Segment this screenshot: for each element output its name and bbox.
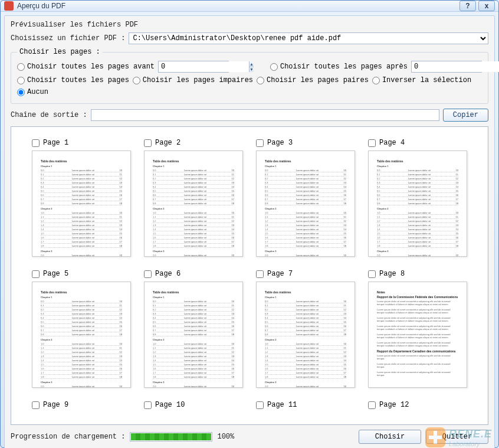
file-path-select[interactable]: C:\Users\Administrator\Desktop\renee pdf… <box>129 32 488 44</box>
page-label: Page 10 <box>155 401 185 409</box>
page-checkbox[interactable] <box>256 139 264 147</box>
radio-invert-selection[interactable]: Inverser la sélection <box>372 76 471 84</box>
spin-down-icon[interactable]: ▼ <box>250 67 254 73</box>
page-thumbnail[interactable]: Page 8 NotesRapport de la Commission Féd… <box>368 270 467 388</box>
page-thumbnail[interactable]: Page 6 Table des matièresChapitre 10.0Lo… <box>144 270 243 388</box>
page-checkbox[interactable] <box>368 139 376 147</box>
page-preview: Table des matièresChapitre 10.0Lorem ips… <box>368 151 467 257</box>
choose-button[interactable]: Choisir <box>359 430 421 444</box>
page-selection-group: Choisir les pages : Choisir toutes les p… <box>11 48 488 104</box>
footer-row: Progression de chargement : 100% Choisir… <box>11 425 488 444</box>
window-title: Aperçu du PDF <box>17 2 457 10</box>
page-thumbnail[interactable]: Page 12 <box>368 401 467 413</box>
thumbnail-grid: Page 1 Table des matièresChapitre 10.0Lo… <box>17 139 482 413</box>
app-icon <box>4 1 14 11</box>
page-label: Page 7 <box>267 270 293 278</box>
page-checkbox[interactable] <box>144 139 152 147</box>
page-thumbnail[interactable]: Page 4 Table des matièresChapitre 10.0Lo… <box>368 139 467 257</box>
page-label: Page 4 <box>379 139 405 147</box>
radio-pages-after-input[interactable] <box>270 63 278 71</box>
help-button[interactable]: ? <box>459 1 476 11</box>
page-label: Page 6 <box>155 270 180 278</box>
radio-even-pages[interactable]: Choisir les pages paires <box>257 76 369 84</box>
page-preview: Table des matièresChapitre 10.0Lorem ips… <box>32 151 131 257</box>
radio-all-pages[interactable]: Choisir toutes les pages <box>17 76 129 84</box>
radio-pages-after[interactable]: Choisir toutes les pages après <box>270 63 408 71</box>
pdf-preview-window: Aperçu du PDF ? x Prévisualiser les fich… <box>0 0 499 448</box>
page-checkbox[interactable] <box>368 270 376 278</box>
spin-up-icon[interactable]: ▲ <box>250 61 254 67</box>
page-thumbnail[interactable]: Page 7 Table des matièresChapitre 10.0Lo… <box>256 270 355 388</box>
page-preview: Table des matièresChapitre 10.0Lorem ips… <box>256 151 355 257</box>
page-checkbox[interactable] <box>368 401 376 409</box>
page-thumbnail[interactable]: Page 3 Table des matièresChapitre 10.0Lo… <box>256 139 355 257</box>
titlebar[interactable]: Aperçu du PDF ? x <box>1 1 498 12</box>
file-chooser-row: Choisissez un fichier PDF : C:\Users\Adm… <box>11 32 488 44</box>
pages-after-spinner[interactable]: ▲▼ <box>411 61 482 73</box>
page-checkbox[interactable] <box>144 401 152 409</box>
progress-percent: 100% <box>217 433 234 441</box>
choose-file-label: Choisissez un fichier PDF : <box>11 34 125 42</box>
client-area: Prévisualiser les fichiers PDF Choisisse… <box>4 15 495 448</box>
page-checkbox[interactable] <box>32 401 40 409</box>
page-label: Page 12 <box>379 401 409 409</box>
preview-scroll[interactable]: Page 1 Table des matièresChapitre 10.0Lo… <box>11 127 488 424</box>
page-thumbnail[interactable]: Page 2 Table des matièresChapitre 10.0Lo… <box>144 139 243 257</box>
radio-pages-before-input[interactable] <box>17 63 25 71</box>
page-label: Page 8 <box>379 270 405 278</box>
page-label: Page 3 <box>267 139 293 147</box>
page-checkbox[interactable] <box>256 270 264 278</box>
pages-before-spinner[interactable]: ▲▼ <box>158 61 229 73</box>
output-row: Chaîne de sortie : Copier <box>11 109 488 122</box>
page-thumbnail[interactable]: Page 9 <box>32 401 131 413</box>
page-checkbox[interactable] <box>32 139 40 147</box>
page-preview: Table des matièresChapitre 10.0Lorem ips… <box>144 151 243 257</box>
page-label: Page 5 <box>43 270 68 278</box>
copy-button[interactable]: Copier <box>443 109 488 122</box>
page-preview: Table des matièresChapitre 10.0Lorem ips… <box>256 282 355 388</box>
page-thumbnail[interactable]: Page 11 <box>256 401 355 413</box>
close-button[interactable]: x <box>478 1 495 11</box>
radio-pages-before[interactable]: Choisir toutes les pages avant <box>17 63 155 71</box>
page-selection-legend: Choisir les pages : <box>17 48 103 56</box>
progress-bar <box>130 432 212 442</box>
progress-label: Progression de chargement : <box>11 433 125 441</box>
page-label: Page 2 <box>155 139 180 147</box>
preview-heading: Prévisualiser les fichiers PDF <box>11 21 488 29</box>
page-label: Page 9 <box>43 401 68 409</box>
quit-button[interactable]: Quitter <box>426 430 488 444</box>
page-thumbnail[interactable]: Page 10 <box>144 401 243 413</box>
page-label: Page 11 <box>267 401 297 409</box>
pages-after-value[interactable] <box>412 61 499 72</box>
preview-pane: Page 1 Table des matièresChapitre 10.0Lo… <box>11 126 488 425</box>
page-label: Page 1 <box>43 139 68 147</box>
page-checkbox[interactable] <box>144 270 152 278</box>
page-preview: Table des matièresChapitre 10.0Lorem ips… <box>144 282 243 388</box>
page-thumbnail[interactable]: Page 5 Table des matièresChapitre 10.0Lo… <box>32 270 131 388</box>
radio-none[interactable]: Aucun <box>17 88 48 96</box>
radio-odd-pages[interactable]: Choisir les pages impaires <box>133 76 253 84</box>
pages-before-value[interactable] <box>159 61 249 72</box>
page-checkbox[interactable] <box>32 270 40 278</box>
page-thumbnail[interactable]: Page 1 Table des matièresChapitre 10.0Lo… <box>32 139 131 257</box>
page-preview: NotesRapport de la Commission Fédérale d… <box>368 282 467 388</box>
page-checkbox[interactable] <box>256 401 264 409</box>
page-preview: Table des matièresChapitre 10.0Lorem ips… <box>32 282 131 388</box>
output-string-input[interactable] <box>91 109 439 121</box>
output-label: Chaîne de sortie : <box>11 111 87 119</box>
